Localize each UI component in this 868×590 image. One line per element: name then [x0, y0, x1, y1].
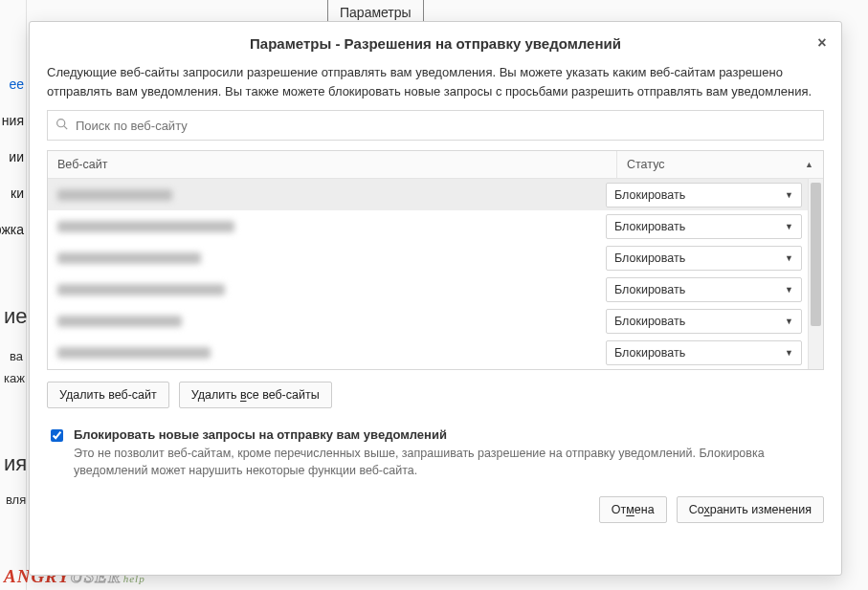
blurred-site-url: [57, 284, 225, 295]
blurred-site-url: [57, 347, 211, 359]
cell-status: Блокировать▼: [606, 246, 802, 271]
table-row[interactable]: Блокировать▼: [48, 337, 808, 368]
blurred-site-url: [57, 221, 234, 232]
column-header-label: Статус: [627, 158, 665, 171]
sites-table: Веб-сайт Статус ▲ Блокировать▼Блокироват…: [47, 150, 824, 370]
chevron-down-icon: ▼: [785, 285, 793, 295]
checkbox-text: Блокировать новые запросы на отправку ва…: [74, 427, 824, 479]
svg-point-0: [57, 120, 65, 127]
chevron-down-icon: ▼: [785, 222, 793, 231]
status-dropdown[interactable]: Блокировать▼: [606, 214, 802, 239]
search-field-wrap[interactable]: [47, 110, 824, 141]
button-label: Отмена: [612, 503, 655, 516]
checkbox-help-text: Это не позволит веб-сайтам, кроме перечи…: [74, 445, 824, 479]
button-label: Удалить все веб-сайты: [191, 388, 320, 402]
column-header-label: Веб-сайт: [57, 158, 107, 171]
table-action-buttons: Удалить веб-сайт Удалить все веб-сайты: [47, 382, 824, 408]
table-body-wrap: Блокировать▼Блокировать▼Блокировать▼Блок…: [48, 179, 823, 369]
table-row[interactable]: Блокировать▼: [48, 242, 808, 273]
remove-site-button[interactable]: Удалить веб-сайт: [47, 382, 169, 408]
cell-status: Блокировать▼: [606, 309, 802, 334]
cell-status: Блокировать▼: [606, 277, 802, 302]
table-body: Блокировать▼Блокировать▼Блокировать▼Блок…: [48, 179, 808, 369]
status-dropdown[interactable]: Блокировать▼: [606, 340, 802, 365]
notification-permissions-dialog: Параметры - Разрешения на отправку уведо…: [29, 21, 842, 576]
dialog-title: Параметры - Разрешения на отправку уведо…: [30, 22, 841, 59]
status-dropdown[interactable]: Блокировать▼: [606, 277, 802, 302]
cancel-button[interactable]: Отмена: [599, 496, 667, 523]
blurred-site-url: [57, 316, 182, 327]
vertical-scrollbar[interactable]: [808, 179, 823, 369]
button-label: Удалить веб-сайт: [59, 388, 157, 402]
dialog-footer: Отмена Сохранить изменения: [47, 496, 824, 523]
dialog-body: Следующие веб-сайты запросили разрешение…: [30, 59, 841, 575]
status-value: Блокировать: [614, 251, 685, 265]
close-icon: ×: [817, 34, 826, 52]
chevron-down-icon: ▼: [785, 348, 793, 358]
cell-site: [57, 347, 606, 359]
status-value: Блокировать: [614, 188, 685, 202]
cell-status: Блокировать▼: [606, 214, 802, 239]
dialog-title-text: Параметры - Разрешения на отправку уведо…: [250, 35, 621, 52]
table-row[interactable]: Блокировать▼: [48, 179, 808, 210]
search-icon: [56, 118, 68, 133]
status-dropdown[interactable]: Блокировать▼: [606, 309, 802, 334]
status-value: Блокировать: [614, 220, 685, 233]
close-button[interactable]: ×: [812, 33, 832, 53]
scrollbar-thumb[interactable]: [811, 183, 821, 326]
cell-site: [57, 189, 606, 201]
column-header-site[interactable]: Веб-сайт: [48, 151, 617, 178]
search-input[interactable]: [74, 118, 815, 134]
cell-site: [57, 316, 606, 327]
cell-site: [57, 252, 606, 264]
block-new-requests-checkbox[interactable]: [51, 429, 63, 442]
cell-status: Блокировать▼: [606, 340, 802, 365]
cell-status: Блокировать▼: [606, 183, 802, 208]
status-value: Блокировать: [614, 315, 685, 328]
save-button[interactable]: Сохранить изменения: [677, 496, 824, 523]
table-header: Веб-сайт Статус ▲: [48, 151, 823, 179]
status-value: Блокировать: [614, 346, 685, 360]
dialog-description: Следующие веб-сайты запросили разрешение…: [47, 63, 824, 100]
remove-all-sites-button[interactable]: Удалить все веб-сайты: [179, 382, 332, 408]
table-row[interactable]: Блокировать▼: [48, 305, 808, 337]
status-value: Блокировать: [614, 283, 685, 296]
column-header-status[interactable]: Статус ▲: [617, 151, 823, 178]
blurred-site-url: [57, 252, 201, 264]
block-new-requests-row: Блокировать новые запросы на отправку ва…: [47, 427, 824, 479]
sort-asc-icon: ▲: [805, 160, 813, 169]
chevron-down-icon: ▼: [785, 253, 793, 263]
chevron-down-icon: ▼: [785, 190, 793, 200]
button-label: Сохранить изменения: [689, 503, 812, 516]
chevron-down-icon: ▼: [785, 317, 793, 326]
svg-line-1: [64, 126, 67, 129]
cell-site: [57, 221, 606, 232]
table-row[interactable]: Блокировать▼: [48, 273, 808, 305]
status-dropdown[interactable]: Блокировать▼: [606, 246, 802, 271]
checkbox-label: Блокировать новые запросы на отправку ва…: [74, 427, 447, 442]
table-row[interactable]: Блокировать▼: [48, 210, 808, 242]
cell-site: [57, 284, 606, 295]
blurred-site-url: [57, 189, 172, 201]
status-dropdown[interactable]: Блокировать▼: [606, 183, 802, 208]
